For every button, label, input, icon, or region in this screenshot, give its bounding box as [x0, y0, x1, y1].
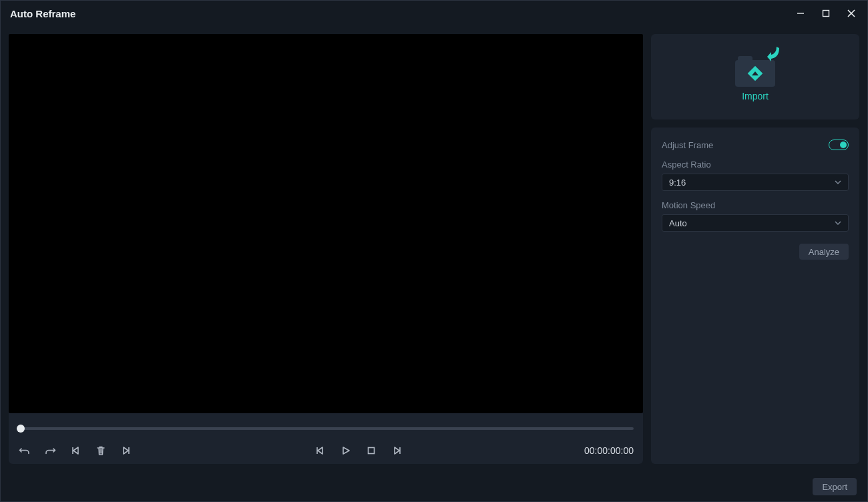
step-back-icon	[315, 445, 326, 456]
chevron-down-icon	[835, 178, 841, 188]
svg-rect-1	[369, 448, 375, 454]
minimize-button[interactable]	[789, 3, 813, 23]
adjust-frame-toggle[interactable]	[829, 140, 849, 150]
adjust-frame-label: Adjust Frame	[662, 140, 713, 150]
edit-controls	[18, 444, 133, 457]
playback-controls	[314, 444, 403, 457]
redo-button[interactable]	[43, 444, 57, 457]
timecode-display: 00:00:00:00	[584, 445, 634, 456]
import-label: Import	[742, 91, 769, 101]
download-arrow-icon	[766, 45, 781, 63]
settings-panel: Adjust Frame Aspect Ratio 9:16 M	[651, 128, 859, 464]
adjust-frame-row: Adjust Frame	[662, 140, 849, 150]
playhead-handle[interactable]	[17, 425, 25, 433]
chevron-down-icon	[835, 218, 841, 228]
motion-speed-select[interactable]: Auto	[662, 214, 849, 232]
timeline-rail	[18, 427, 634, 430]
window-title: Auto Reframe	[10, 8, 75, 19]
prev-frame-button[interactable]	[314, 444, 327, 457]
analyze-button[interactable]: Analyze	[799, 244, 849, 260]
undo-icon	[19, 445, 31, 457]
import-button[interactable]: Import	[651, 34, 859, 119]
step-forward-icon	[391, 445, 402, 456]
redo-icon	[44, 445, 56, 457]
toggle-knob	[840, 142, 847, 148]
timeline-area	[9, 413, 643, 436]
aspect-ratio-value: 9:16	[669, 178, 686, 188]
motion-speed-label: Motion Speed	[662, 200, 849, 210]
next-frame-button[interactable]	[390, 444, 403, 457]
maximize-icon	[822, 9, 830, 17]
window-controls	[789, 3, 863, 23]
video-preview[interactable]	[9, 34, 643, 413]
aspect-ratio-select[interactable]: 9:16	[662, 174, 849, 191]
side-panel: Import Adjust Frame Aspect Ratio 9:16	[651, 34, 859, 464]
preview-panel: 00:00:00:00	[9, 34, 643, 464]
footer: Export	[1, 472, 867, 501]
titlebar: Auto Reframe	[1, 1, 867, 26]
folder-badge-icon	[748, 66, 763, 81]
play-button[interactable]	[339, 444, 353, 457]
go-end-button[interactable]	[120, 444, 133, 457]
timeline-track[interactable]	[18, 424, 634, 433]
skip-end-icon	[121, 445, 132, 456]
player-controls: 00:00:00:00	[9, 436, 643, 464]
trash-icon	[95, 445, 106, 456]
stop-icon	[366, 445, 377, 456]
main-body: 00:00:00:00 Import Adjust Frame	[1, 26, 867, 472]
undo-button[interactable]	[18, 444, 31, 457]
close-button[interactable]	[839, 3, 863, 23]
aspect-ratio-label: Aspect Ratio	[662, 160, 849, 170]
folder-icon	[735, 60, 775, 87]
minimize-icon	[797, 9, 805, 17]
delete-button[interactable]	[94, 444, 107, 457]
stop-button[interactable]	[365, 444, 378, 457]
aspect-ratio-field: Aspect Ratio 9:16	[662, 160, 849, 191]
go-start-button[interactable]	[69, 444, 82, 457]
skip-start-icon	[70, 445, 81, 456]
export-button[interactable]: Export	[813, 478, 857, 495]
analyze-row: Analyze	[662, 244, 849, 260]
motion-speed-field: Motion Speed Auto	[662, 200, 849, 232]
play-icon	[341, 445, 351, 456]
maximize-button[interactable]	[814, 3, 838, 23]
import-icon	[734, 52, 777, 87]
motion-speed-value: Auto	[669, 218, 687, 228]
close-icon	[847, 9, 855, 17]
auto-reframe-window: Auto Reframe	[0, 0, 868, 502]
svg-rect-0	[823, 11, 829, 17]
